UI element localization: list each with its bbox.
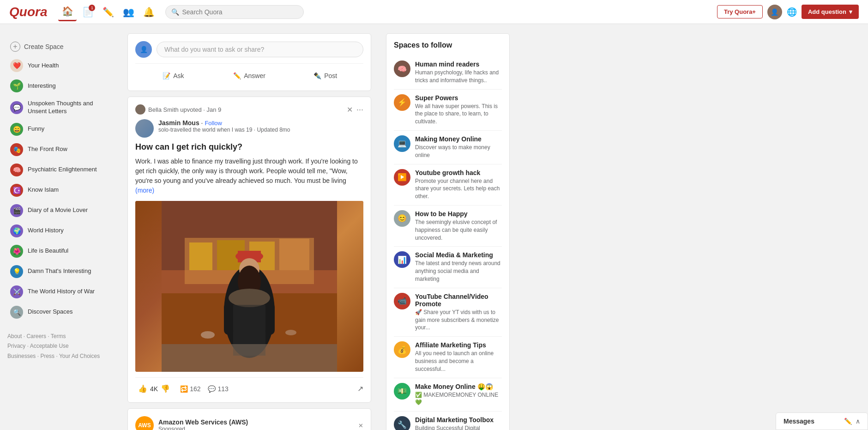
post-card: Bella Smith upvoted · Jan 9 ✕ ··· Jasmin…	[127, 97, 371, 403]
space-icon-7: 🎬	[10, 204, 23, 217]
post-composer: 👤 What do you want to ask or share? 📝 As…	[127, 33, 371, 91]
right-sidebar: Spaces to follow 🧠 Human mind readers Hu…	[379, 33, 517, 430]
main-nav: 🏠 📄 1 ✏️ 👥 🔔	[58, 3, 158, 21]
compose-message-icon[interactable]: ✏️	[844, 418, 852, 425]
footer-link-press[interactable]: Press	[40, 353, 54, 359]
space-item-9[interactable]: 🔧 Digital Marketing Toolbox Building Suc…	[394, 412, 502, 430]
space-item-4[interactable]: 😊 How to be Happy The seemingly elusive …	[394, 206, 502, 247]
post-author-section: Jasmin Mous · Follow solo-travelled the …	[135, 119, 363, 138]
space-item-info-5: Social Media & Marketing The latest and …	[415, 251, 502, 283]
quora-logo[interactable]: Quora	[9, 5, 47, 19]
ad-close-button[interactable]: ✕	[358, 422, 363, 429]
comment-button[interactable]: 💬 113	[208, 385, 228, 393]
space-item-8[interactable]: 💵 Make Money Online 🤑😱 ✅ MAKEMOREMONEY O…	[394, 378, 502, 412]
space-item-info-4: How to be Happy The seemingly elusive co…	[415, 210, 502, 242]
create-space-label: Create Space	[24, 43, 64, 50]
sidebar-item-9[interactable]: 🌺 Life is Beautiful	[7, 241, 113, 261]
footer-link-acceptable-use[interactable]: Acceptable Use	[30, 343, 69, 349]
space-item-1[interactable]: ⚡ Super Powers We all have super powers.…	[394, 90, 502, 131]
space-name-8: Make Money Online 🤑😱	[415, 383, 502, 390]
sidebar-item-6[interactable]: ☪️ Know Islam	[7, 180, 113, 200]
footer-links: About · Careers · TermsPrivacy · Accepta…	[7, 332, 113, 362]
space-item-5[interactable]: 📊 Social Media & Marketing The latest an…	[394, 247, 502, 288]
nav-feed[interactable]: 📄 1	[78, 3, 97, 21]
sidebar-item-3[interactable]: 😄 Funny	[7, 119, 113, 139]
nav-notifications[interactable]: 🔔	[139, 3, 158, 21]
author-info: Jasmin Mous · Follow solo-travelled the …	[158, 119, 290, 133]
nav-people[interactable]: 👥	[119, 3, 138, 21]
space-item-icon-8: 💵	[394, 383, 410, 400]
footer-link-careers[interactable]: Careers	[26, 333, 46, 339]
sidebar-item-0[interactable]: ❤️ Your Health	[7, 55, 113, 76]
repost-button[interactable]: 🔁 162	[180, 385, 200, 393]
post-question: How can I get rich quickly?	[135, 142, 363, 152]
sidebar-item-1[interactable]: 🌱 Interesting	[7, 76, 113, 96]
try-quora-button[interactable]: Try Quora+	[717, 5, 763, 18]
space-item-7[interactable]: 💰 Affiliate Marketing Tips All you need …	[394, 337, 502, 378]
space-item-info-6: YouTube Channel/Video Promote 🚀 Share yo…	[415, 293, 502, 332]
space-item-3[interactable]: ▶️ Youtube growth hack Promote your chan…	[394, 164, 502, 206]
downvote-button[interactable]: 👎	[158, 382, 173, 395]
more-link[interactable]: (more)	[135, 187, 154, 194]
post-button[interactable]: ✒️ Post	[287, 68, 363, 83]
nav-home[interactable]: 🏠	[58, 3, 77, 21]
answer-button[interactable]: ✏️ Answer	[211, 68, 288, 83]
sidebar-item-2[interactable]: 💬 Unspoken Thoughts and Unsent Letters	[7, 96, 113, 119]
ad-card: AWS Amazon Web Services (AWS) Sponsored …	[127, 408, 371, 430]
space-item-2[interactable]: 💻 Making Money Online Discover ways to m…	[394, 131, 502, 164]
upvote-button[interactable]: 👍	[135, 382, 150, 395]
footer-link-terms[interactable]: Terms	[51, 333, 66, 339]
messages-bar[interactable]: Messages ✏️ ∧	[776, 412, 868, 430]
space-item-icon-7: 💰	[394, 341, 410, 358]
footer-link-about[interactable]: About	[7, 333, 22, 339]
main-layout: + Create Space ❤️ Your Health 🌱 Interest…	[0, 24, 868, 430]
sidebar-item-8[interactable]: 🌍 World History	[7, 221, 113, 241]
ask-button[interactable]: 📝 Ask	[135, 68, 211, 83]
space-item-icon-4: 😊	[394, 210, 410, 227]
chevron-down-icon: ▾	[849, 8, 852, 15]
post-close-button[interactable]: ✕	[347, 105, 353, 114]
messages-icons: ✏️ ∧	[844, 418, 860, 425]
footer-link-privacy[interactable]: Privacy	[7, 343, 25, 349]
space-name-7: Affiliate Marketing Tips	[415, 341, 502, 349]
sidebar-item-7[interactable]: 🎬 Diary of a Movie Lover	[7, 200, 113, 221]
nav-compose[interactable]: ✏️	[99, 3, 117, 21]
space-label-7: Diary of a Movie Lover	[28, 206, 88, 214]
user-avatar[interactable]: 👤	[767, 5, 782, 19]
composer-input[interactable]: What do you want to ask or share?	[157, 42, 363, 57]
share-icon: ↗	[357, 385, 363, 393]
sidebar-item-10[interactable]: 💡 Damn That's Interesting	[7, 261, 113, 282]
sidebar-item-5[interactable]: 🧠 Psychiatric Enlightenment	[7, 160, 113, 180]
sidebar-item-11[interactable]: ⚔️ The World History of War	[7, 282, 113, 302]
search-bar: 🔍	[165, 5, 304, 19]
footer-link-your-ad-choices[interactable]: Your Ad Choices	[59, 353, 100, 359]
space-label-5: Psychiatric Enlightenment	[28, 166, 97, 174]
main-feed: 👤 What do you want to ask or share? 📝 As…	[120, 33, 379, 430]
space-icon-5: 🧠	[10, 164, 23, 176]
sidebar-item-12[interactable]: 🔍 Discover Spaces	[7, 302, 113, 322]
space-label-9: Life is Beautiful	[28, 247, 68, 255]
repost-icon: 🔁	[180, 385, 188, 393]
sidebar-item-4[interactable]: 🎭 The Front Row	[7, 139, 113, 160]
sidebar-footer: About · Careers · TermsPrivacy · Accepta…	[7, 332, 113, 362]
space-icon-10: 💡	[10, 265, 23, 278]
follow-link[interactable]: Follow	[205, 120, 222, 127]
search-input[interactable]	[182, 8, 298, 16]
space-label-6: Know Islam	[28, 186, 59, 194]
post-menu-button[interactable]: ···	[356, 105, 363, 115]
collapse-messages-icon[interactable]: ∧	[856, 418, 860, 425]
space-item-0[interactable]: 🧠 Human mind readers Human psychology, l…	[394, 56, 502, 90]
language-button[interactable]: 🌐	[787, 7, 797, 17]
space-item-6[interactable]: 📹 YouTube Channel/Video Promote 🚀 Share …	[394, 288, 502, 337]
space-desc-0: Human psychology, life hacks and tricks …	[415, 69, 502, 85]
space-name-1: Super Powers	[415, 94, 502, 102]
add-question-button[interactable]: Add question ▾	[802, 5, 859, 19]
create-space-item[interactable]: + Create Space	[7, 38, 113, 55]
upvote-info: Bella Smith upvoted · Jan 9	[135, 104, 347, 115]
space-name-6: YouTube Channel/Video Promote	[415, 293, 502, 308]
author-bio: solo-travelled the world when I was 19 ·…	[158, 127, 290, 133]
add-question-label: Add question	[808, 8, 846, 15]
svg-point-13	[229, 289, 270, 307]
footer-link-businesses[interactable]: Businesses	[7, 353, 36, 359]
share-button[interactable]: ↗	[357, 384, 363, 393]
